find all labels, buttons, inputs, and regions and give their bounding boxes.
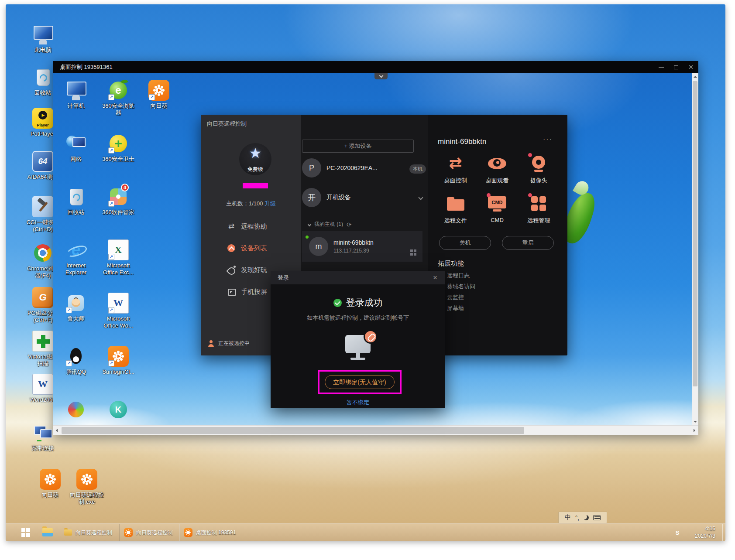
show-desktop-button[interactable]: [722, 524, 725, 541]
task-button-icon: [124, 528, 133, 537]
refresh-icon[interactable]: [347, 221, 352, 228]
desktop-icon-image: [32, 196, 53, 217]
remote-desktop-icon[interactable]: 回收站: [56, 186, 96, 216]
function-label: 葵域名访问: [447, 283, 475, 290]
device-item-boot[interactable]: 开 开机设备: [302, 188, 422, 207]
clock-time: 4:16: [681, 525, 715, 533]
dialog-title: 登录: [278, 274, 289, 281]
desktop-icon[interactable]: 向日葵: [30, 469, 70, 499]
desktop-icon-image: [76, 469, 97, 490]
tray-icon[interactable]: [619, 528, 628, 537]
highlight-annotation-box: [318, 370, 402, 394]
more-options-icon[interactable]: ···: [543, 136, 553, 143]
remote-desktop-icon[interactable]: e ↗ 360安全浏览 器: [98, 80, 138, 116]
host-device-row[interactable]: m minint-69bbktn 113.117.215.39: [302, 231, 422, 262]
shortcut-arrow-icon: ↗: [66, 307, 72, 313]
fullwidth-moon-icon[interactable]: [584, 515, 589, 520]
task-button-icon: [64, 529, 72, 536]
task-button-icon: [184, 528, 192, 537]
login-success-row: 登录成功: [271, 297, 445, 309]
file-explorer-icon[interactable]: [42, 528, 53, 536]
hosts-count-row: 主机数：1/100 升级: [201, 200, 301, 208]
scroll-right-icon[interactable]: [690, 426, 698, 435]
taskbar-clock[interactable]: 4:16 2020/7/3: [681, 525, 715, 540]
ime-punctuation-indicator[interactable]: °,: [575, 514, 580, 521]
remote-desktop-icon[interactable]: 网络: [56, 133, 96, 163]
minimize-icon[interactable]: [654, 61, 669, 73]
action-label: 远程管理: [518, 217, 560, 225]
remote-action[interactable]: 远程管理: [518, 194, 560, 225]
close-icon[interactable]: ✕: [683, 61, 698, 73]
tray-icon[interactable]: S: [673, 528, 682, 537]
desktop-icon-image: [65, 80, 86, 101]
remote-action[interactable]: 桌面观看: [476, 154, 518, 184]
login-dialog: 登录 × 登录成功 如本机需被远程控制，建议绑定到帐号下 立即绑定(无人值守) …: [271, 271, 445, 408]
local-machine-badge: 本机: [409, 164, 426, 174]
desktop-icon-label: 向日葵: [30, 492, 70, 499]
device-group-row[interactable]: 我的主机 (1): [308, 221, 352, 228]
desktop-icon-image: [32, 242, 53, 263]
task-button[interactable]: 桌面控制 193591: [179, 524, 239, 541]
remote-desktop-icon[interactable]: ↗ 4 360软件管家: [98, 186, 138, 216]
remote-desktop-icon[interactable]: ↗ SunloginCl...: [98, 346, 138, 376]
remote-window-titlebar[interactable]: 桌面控制 193591361: [53, 61, 698, 73]
scroll-up-icon[interactable]: [692, 73, 698, 80]
desktop-icon-image: Player: [32, 108, 53, 129]
remote-desktop-icon[interactable]: 计算机: [56, 80, 96, 109]
tray-icon[interactable]: [632, 528, 641, 537]
system-tray: S: [619, 528, 682, 537]
horizontal-scrollbar[interactable]: [53, 425, 698, 435]
remote-desktop-icon[interactable]: X ↗ Microsoft Office Exc...: [98, 239, 138, 276]
start-button[interactable]: [21, 528, 30, 537]
tray-icon[interactable]: [659, 528, 668, 537]
desktop-icon[interactable]: 向日葵远程控 制.exe: [67, 469, 107, 505]
desktop-icon-label: 腾讯QQ: [56, 369, 96, 376]
task-button-label: 桌面控制 193591: [196, 529, 236, 536]
horizontal-scroll-thumb[interactable]: [62, 427, 524, 434]
remote-action[interactable]: 摄像头: [518, 154, 560, 184]
shutdown-button[interactable]: 关机: [439, 236, 491, 250]
maximize-icon[interactable]: [669, 61, 683, 73]
remote-desktop-icon[interactable]: + ↗ 360安全卫士: [98, 133, 138, 163]
remote-desktop-icon[interactable]: ↗ 鲁大师: [56, 293, 96, 322]
remote-action[interactable]: CMD CMD: [476, 194, 518, 225]
remote-desktop-icon[interactable]: e Internet Explorer: [56, 239, 96, 276]
remote-desktop-icon[interactable]: ↗ 向日葵: [139, 80, 179, 109]
restart-button[interactable]: 重启: [502, 236, 554, 250]
remote-actions-grid: 桌面控制 桌面观看 摄像头: [435, 154, 560, 225]
chevron-down-icon: [379, 73, 383, 78]
desktop-icon[interactable]: 此电脑: [23, 24, 63, 54]
vertical-scroll-thumb[interactable]: [693, 81, 697, 386]
scroll-down-icon[interactable]: [692, 418, 698, 425]
task-button[interactable]: 向日葵远程控制: [120, 524, 179, 541]
dialog-titlebar[interactable]: 登录: [271, 271, 445, 284]
chevron-down-icon[interactable]: [418, 195, 423, 200]
shortcut-arrow-icon: ↗: [108, 360, 114, 366]
device-item-local[interactable]: P PC-20200629EA... 本机: [302, 158, 422, 178]
add-device-button[interactable]: + 添加设备: [302, 140, 414, 153]
tray-icon[interactable]: [646, 528, 655, 537]
remote-action[interactable]: 远程文件: [435, 194, 476, 225]
group-label: 我的主机 (1): [314, 221, 343, 228]
remote-action[interactable]: 桌面控制: [435, 154, 476, 184]
person-icon: [208, 340, 215, 347]
remote-desktop-icon[interactable]: K: [98, 399, 138, 422]
avatar: P: [302, 158, 321, 178]
ime-bar[interactable]: 中 °,: [558, 512, 607, 523]
soft-keyboard-icon[interactable]: [593, 515, 601, 520]
ime-language-indicator[interactable]: 中: [565, 514, 571, 522]
scroll-left-icon[interactable]: [53, 426, 61, 435]
sidebar-menu-item[interactable]: 远程协助: [201, 215, 301, 237]
upgrade-link[interactable]: 升级: [264, 200, 276, 207]
skip-bind-link[interactable]: 暂不绑定: [271, 399, 445, 406]
remote-desktop-icon[interactable]: [56, 399, 96, 422]
vertical-scrollbar[interactable]: [692, 73, 698, 425]
remote-desktop-icon[interactable]: W ↗ Microsoft Office Wo...: [98, 293, 138, 329]
task-button[interactable]: 向日葵远程控制: [60, 524, 120, 541]
close-icon[interactable]: ×: [429, 271, 441, 284]
desktop-icon-label: 回收站: [56, 209, 96, 216]
chevron-down-icon: [308, 222, 311, 226]
toolbar-drop-tab[interactable]: [374, 73, 388, 79]
remote-desktop-icon[interactable]: ↗ 腾讯QQ: [56, 346, 96, 376]
sidebar-menu-item[interactable]: 设备列表: [201, 237, 301, 259]
